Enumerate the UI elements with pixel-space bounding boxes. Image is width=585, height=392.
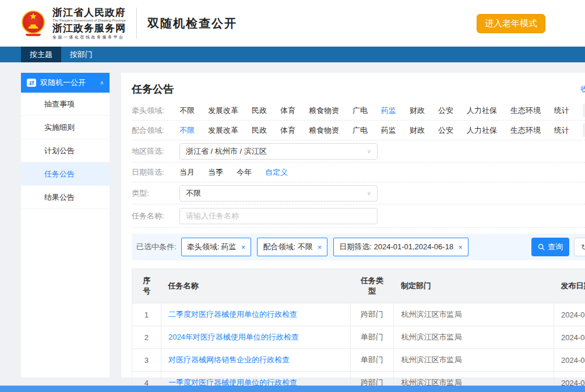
- query-button-label: 查询: [548, 242, 563, 252]
- sidebar-header-label: 双随机一公开: [40, 77, 100, 88]
- close-icon[interactable]: ×: [241, 243, 246, 252]
- filter-option[interactable]: 不限: [179, 105, 195, 116]
- gov-name-en: The People's Government of Zhejiang Prov…: [52, 19, 126, 22]
- collapse-filters-link[interactable]: 收起筛选 ∧: [580, 84, 585, 94]
- more-button[interactable]: 更多 ▼: [583, 104, 585, 117]
- date-option-current-quarter[interactable]: 当季: [208, 167, 223, 178]
- sidebar-header-double-random[interactable]: ⇄ 双随机一公开 ∧: [21, 73, 110, 93]
- filter-option[interactable]: 广电: [353, 105, 368, 116]
- site-title: 双随机检查公开: [147, 16, 237, 31]
- nav-tab-by-department[interactable]: 按部门: [61, 47, 101, 62]
- filter-option[interactable]: 发展改革: [208, 105, 238, 116]
- filter-option-selected[interactable]: 药监: [381, 105, 396, 116]
- filter-option[interactable]: 粮食物资: [309, 105, 339, 116]
- col-header-task-type: 任务类型: [350, 269, 394, 303]
- nav-tab-by-topic[interactable]: 按主题: [21, 47, 61, 62]
- task-link[interactable]: 2024年对医疗器械使用单位的行政检查: [168, 333, 299, 341]
- task-link[interactable]: 对医疗器械网络销售企业的行政检查: [168, 355, 290, 364]
- chevron-up-icon: ∧: [100, 80, 104, 86]
- cell-no: 2: [132, 326, 161, 349]
- filter-option[interactable]: 统计: [554, 125, 569, 136]
- filter-option[interactable]: 人力社保: [467, 105, 497, 116]
- cell-task-type: 跨部门: [350, 303, 394, 326]
- filter-option[interactable]: 财政: [410, 105, 425, 116]
- cell-dept: 杭州滨江区市监局: [394, 326, 554, 349]
- reset-icon: ↻: [581, 243, 585, 252]
- sidebar-item-plan-notice[interactable]: 计划公告: [21, 139, 110, 163]
- date-option-this-year[interactable]: 今年: [237, 167, 252, 178]
- filter-option[interactable]: 药监: [381, 125, 396, 136]
- filter-row-date: 日期筛选: 当月 当季 今年 自定义: [132, 163, 585, 182]
- main-navbar: 按主题 按部门: [0, 47, 585, 62]
- gov-name-cn: 浙江省人民政府: [52, 8, 126, 18]
- filter-label: 牵头领域:: [132, 105, 179, 116]
- filter-row-match-domain: 配合领域: 不限 发展改革 民政 体育 粮食物资 广电 药监 财政 公安 人力社…: [132, 121, 585, 140]
- more-button[interactable]: 更多 ▼: [583, 123, 585, 137]
- region-select-value: 浙江省 / 杭州市 / 滨江区: [186, 146, 367, 157]
- selected-conditions-label: 已选中条件:: [136, 242, 177, 252]
- filter-label: 任务名称:: [132, 211, 179, 221]
- filter-option[interactable]: 人力社保: [467, 125, 497, 136]
- condition-tag-match-domain: 配合领域: 不限 ×: [257, 238, 327, 256]
- cell-task-type: 单部门: [350, 326, 394, 349]
- type-select[interactable]: 不限 ∨: [179, 185, 378, 202]
- page-header: ★ 浙江省人民政府 The People's Government of Zhe…: [0, 0, 585, 47]
- national-emblem-icon: ★: [21, 9, 45, 37]
- collapse-filters-label: 收起筛选: [580, 84, 585, 93]
- elder-mode-button[interactable]: 进入老年模式: [477, 14, 545, 33]
- filter-label: 日期筛选:: [132, 167, 179, 178]
- filter-row-type: 类型: 不限 ∨: [132, 182, 585, 204]
- condition-tag-lead-domain: 牵头领域: 药监 ×: [181, 238, 252, 256]
- condition-tag-text: 牵头领域: 药监: [187, 242, 237, 252]
- filter-option[interactable]: 公安: [438, 125, 453, 136]
- close-icon[interactable]: ×: [458, 243, 463, 252]
- close-icon[interactable]: ×: [318, 243, 322, 252]
- filter-option[interactable]: 公安: [438, 105, 453, 116]
- exchange-arrows-icon: ⇄: [27, 79, 36, 87]
- query-button[interactable]: 查询: [531, 238, 569, 256]
- col-header-no: 序号: [132, 269, 161, 303]
- emblem-star-icon: ★: [21, 11, 45, 22]
- filter-option[interactable]: 民政: [252, 125, 267, 136]
- sidebar-item-spot-check-items[interactable]: 抽查事项: [21, 93, 110, 116]
- filter-option[interactable]: 生态环境: [510, 125, 541, 136]
- filter-option[interactable]: 统计: [554, 105, 569, 116]
- filter-option[interactable]: 财政: [410, 125, 425, 136]
- filter-option[interactable]: 民政: [252, 105, 267, 116]
- table-row: 1 二季度对医疗器械使用单位的行政检查 跨部门 杭州滨江区市监局 2024-05…: [132, 303, 585, 326]
- filter-option[interactable]: 体育: [280, 125, 295, 136]
- footer-bar: [0, 386, 585, 392]
- cell-dept: 杭州滨江区市监局: [394, 303, 554, 326]
- col-header-dept: 制定部门: [394, 269, 554, 303]
- condition-tag-text: 日期筛选: 2024-01-01,2024-06-18: [339, 242, 453, 252]
- date-option-current-month[interactable]: 当月: [179, 167, 195, 178]
- filter-option[interactable]: 广电: [353, 125, 368, 136]
- task-link[interactable]: 二季度对医疗器械使用单位的行政检查: [168, 310, 297, 319]
- sidebar-item-implementation-rules[interactable]: 实施细则: [21, 116, 110, 139]
- filter-label: 地区筛选:: [132, 146, 179, 157]
- sidebar-item-result-notice[interactable]: 结果公告: [21, 186, 110, 209]
- table-row: 3 对医疗器械网络销售企业的行政检查 单部门 杭州滨江区市监局 2024-04-…: [132, 349, 585, 372]
- page-title: 任务公告: [132, 82, 174, 96]
- cell-dept: 杭州滨江区市监局: [394, 349, 554, 372]
- logo-text: 浙江省人民政府 The People's Government of Zheji…: [52, 8, 126, 39]
- site-logo[interactable]: ★ 浙江省人民政府 The People's Government of Zhe…: [21, 8, 126, 39]
- region-select[interactable]: 浙江省 / 杭州市 / 滨江区 ∨: [179, 143, 378, 160]
- search-icon: [538, 243, 545, 250]
- task-name-input[interactable]: [179, 208, 378, 224]
- filter-option[interactable]: 生态环境: [510, 105, 541, 116]
- cell-task-type: 单部门: [350, 349, 394, 372]
- sidebar-item-task-notice[interactable]: 任务公告: [21, 163, 110, 186]
- portal-subtitle: 全国一体化在线政务服务平台: [52, 35, 126, 39]
- reset-button[interactable]: ↻ 重置: [574, 238, 585, 256]
- filter-row-lead-domain: 牵头领域: 不限 发展改革 民政 体育 粮食物资 广电 药监 财政 公安 人力社…: [132, 101, 585, 121]
- condition-tag-text: 配合领域: 不限: [263, 242, 312, 252]
- cell-date: 2024-05-27: [554, 303, 585, 326]
- filter-row-task-name: 任务名称:: [132, 204, 585, 228]
- date-option-custom-selected[interactable]: 自定义: [265, 167, 288, 178]
- filter-option[interactable]: 体育: [280, 105, 295, 116]
- filter-option[interactable]: 发展改革: [208, 125, 238, 136]
- filter-row-region: 地区筛选: 浙江省 / 杭州市 / 滨江区 ∨: [132, 140, 585, 163]
- filter-option[interactable]: 粮食物资: [309, 125, 339, 136]
- filter-option-selected[interactable]: 不限: [179, 125, 195, 136]
